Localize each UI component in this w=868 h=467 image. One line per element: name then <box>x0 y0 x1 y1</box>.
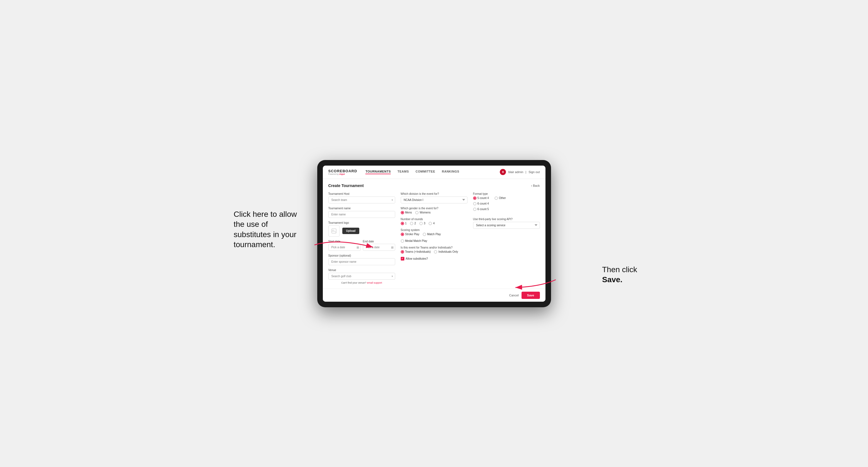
scoring-api-label: Use third-party live scoring API? <box>473 218 540 221</box>
venue-input[interactable] <box>329 273 395 280</box>
page-footer: Cancel Save <box>323 289 546 302</box>
right-annotation: Then click Save. <box>602 265 637 285</box>
nav-tournaments[interactable]: TOURNAMENTS <box>365 170 391 174</box>
nav-separator: | <box>525 170 526 174</box>
scoring-system-radio-group: Stroke Play Match Play Medal Match Play <box>401 233 468 243</box>
left-arrow <box>314 237 376 254</box>
gender-womens-option[interactable]: Womens <box>415 211 431 214</box>
rounds-2-option[interactable]: 2 <box>410 222 416 225</box>
venue-dropdown-icon: ▾ <box>392 275 393 278</box>
gender-radio-group: Mens Womens <box>401 211 468 214</box>
format-5count4-option[interactable]: 5 count 4 <box>473 196 489 200</box>
format-5count4-radio <box>473 196 476 200</box>
right-arrow <box>513 277 557 292</box>
format-type-group: Format type 5 count 4 Other <box>473 192 540 211</box>
venue-group: Venue ▾ Can't find your venue? email sup… <box>329 269 395 284</box>
sign-out-link[interactable]: Sign out <box>528 170 539 174</box>
tournament-host-label: Tournament Host <box>329 192 395 195</box>
teams-individuals-option[interactable]: Teams (+Individuals) <box>401 250 431 253</box>
nav-teams[interactable]: TEAMS <box>397 170 409 174</box>
left-annotation: Click here to allow the use of substitut… <box>234 209 306 250</box>
division-select[interactable]: NCAA Division I <box>401 196 468 204</box>
format-6count4-option[interactable]: 6 count 4 <box>473 202 540 206</box>
tournament-host-input[interactable] <box>329 196 395 204</box>
user-name: blair admin <box>508 170 523 174</box>
format-type-label: Format type <box>473 192 540 195</box>
medal-match-play-option[interactable]: Medal Match Play <box>401 239 427 243</box>
match-play-option[interactable]: Match Play <box>423 233 441 236</box>
rounds-label: Number of rounds <box>401 218 468 221</box>
tournament-name-input[interactable] <box>329 211 395 218</box>
host-dropdown-icon: ▾ <box>392 198 393 201</box>
rounds-1-radio <box>401 222 404 225</box>
outer-wrapper: Click here to allow the use of substitut… <box>239 160 629 307</box>
gender-womens-radio <box>415 211 418 214</box>
format-6count4-radio <box>473 202 476 206</box>
event-type-label: Is this event for Teams and/or Individua… <box>401 246 468 249</box>
sponsor-input[interactable] <box>329 258 395 265</box>
page-header: Create Tournament ‹ Back <box>329 183 540 188</box>
nav-rankings[interactable]: RANKINGS <box>442 170 460 174</box>
gender-mens-option[interactable]: Mens <box>401 211 412 214</box>
venue-help: Can't find your venue? email support <box>329 281 395 284</box>
back-button[interactable]: ‹ Back <box>531 184 539 187</box>
individuals-only-radio <box>434 250 437 253</box>
tournament-name-label: Tournament name <box>329 207 395 210</box>
division-group: Which division is the event for? NCAA Di… <box>401 192 468 204</box>
format-other-radio <box>495 196 498 200</box>
user-avatar: B <box>500 169 506 175</box>
nav-committee[interactable]: COMMITTEE <box>415 170 435 174</box>
rounds-4-radio <box>429 222 432 225</box>
format-other-option[interactable]: Other <box>495 196 506 200</box>
save-button[interactable]: Save <box>522 292 540 299</box>
tournament-name-group: Tournament name <box>329 207 395 218</box>
gender-label: Which gender is the event for? <box>401 207 468 210</box>
format-6count5-radio <box>473 208 476 211</box>
venue-email-support-link[interactable]: email support <box>367 281 382 284</box>
stroke-play-option[interactable]: Stroke Play <box>401 233 420 236</box>
sponsor-label: Sponsor (optional) <box>329 254 395 257</box>
rounds-group: Number of rounds 1 2 <box>401 218 468 225</box>
teams-individuals-radio <box>401 250 404 253</box>
scoring-system-group: Scoring system Stroke Play Match Play <box>401 228 468 243</box>
rounds-1-option[interactable]: 1 <box>401 222 407 225</box>
tournament-logo-label: Tournament logo <box>329 221 395 224</box>
rounds-radio-group: 1 2 3 <box>401 222 468 225</box>
format-6count5-option[interactable]: 6 count 5 <box>473 208 540 211</box>
allow-substitutes-option[interactable]: Allow substitutes? <box>401 257 468 260</box>
individuals-only-option[interactable]: Individuals Only <box>434 250 458 253</box>
rounds-3-radio <box>420 222 423 225</box>
tablet-screen: SCOREBOARD Powered by clippd TOURNAMENTS… <box>323 165 546 302</box>
gender-mens-radio <box>401 211 404 214</box>
format-options: 5 count 4 Other 6 count 4 <box>473 196 540 211</box>
stroke-play-radio <box>401 233 404 236</box>
logo-area: SCOREBOARD Powered by clippd <box>329 169 357 175</box>
allow-substitutes-checkbox[interactable] <box>401 257 404 260</box>
rounds-3-option[interactable]: 3 <box>420 222 426 225</box>
page-title: Create Tournament <box>329 183 364 188</box>
logo-powered: Powered by clippd <box>329 173 357 175</box>
upload-button[interactable]: Upload <box>342 228 360 234</box>
cancel-button[interactable]: Cancel <box>509 293 519 297</box>
sponsor-group: Sponsor (optional) <box>329 254 395 265</box>
logo-scoreboard: SCOREBOARD <box>329 169 357 173</box>
scoring-api-select[interactable]: Select a scoring service <box>473 222 540 229</box>
allow-substitutes-group: Allow substitutes? <box>401 257 468 260</box>
match-play-radio <box>423 233 426 236</box>
format-row-1: 5 count 4 Other <box>473 196 540 200</box>
event-type-group: Is this event for Teams and/or Individua… <box>401 246 468 253</box>
division-label: Which division is the event for? <box>401 192 468 195</box>
medal-match-play-radio <box>401 239 404 243</box>
logo-upload-area: Upload <box>329 225 395 237</box>
tournament-host-group: Tournament Host ▾ <box>329 192 395 204</box>
rounds-4-option[interactable]: 4 <box>429 222 435 225</box>
form-col-3: Format type 5 count 4 Other <box>473 192 540 284</box>
form-col-2: Which division is the event for? NCAA Di… <box>401 192 468 284</box>
end-date-calendar-icon: ▦ <box>391 246 394 249</box>
page-content: Create Tournament ‹ Back Tournament Host… <box>323 179 546 289</box>
tournament-logo-group: Tournament logo Upload <box>329 221 395 237</box>
venue-label: Venue <box>329 269 395 272</box>
logo-preview-box <box>329 225 340 237</box>
navigation-bar: SCOREBOARD Powered by clippd TOURNAMENTS… <box>323 165 546 179</box>
event-type-radio-group: Teams (+Individuals) Individuals Only <box>401 250 468 253</box>
